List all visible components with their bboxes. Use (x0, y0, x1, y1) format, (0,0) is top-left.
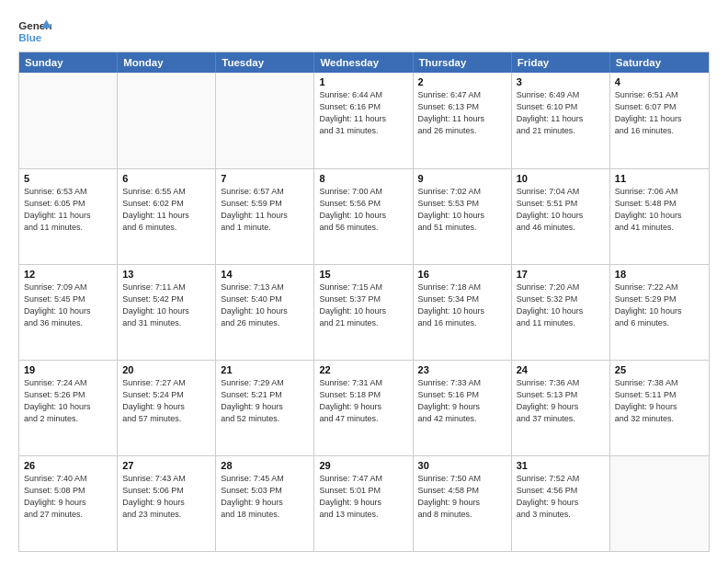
day-number: 5 (24, 173, 112, 184)
day-info: Sunrise: 6:44 AM Sunset: 6:16 PM Dayligh… (319, 89, 407, 137)
calendar-row: 12Sunrise: 7:09 AM Sunset: 5:45 PM Dayli… (19, 264, 709, 360)
day-info: Sunrise: 7:04 AM Sunset: 5:51 PM Dayligh… (517, 186, 605, 234)
calendar-cell: 14Sunrise: 7:13 AM Sunset: 5:40 PM Dayli… (216, 265, 314, 360)
day-number: 23 (418, 364, 506, 375)
day-number: 17 (517, 269, 605, 280)
calendar-cell: 29Sunrise: 7:47 AM Sunset: 5:01 PM Dayli… (314, 456, 413, 551)
day-number: 24 (517, 364, 605, 375)
day-info: Sunrise: 6:55 AM Sunset: 6:02 PM Dayligh… (122, 186, 210, 234)
day-info: Sunrise: 7:06 AM Sunset: 5:48 PM Dayligh… (615, 186, 704, 234)
day-number: 10 (517, 173, 605, 184)
calendar-header: SundayMondayTuesdayWednesdayThursdayFrid… (19, 52, 709, 73)
day-number: 27 (122, 460, 210, 471)
calendar-row: 19Sunrise: 7:24 AM Sunset: 5:26 PM Dayli… (19, 360, 709, 455)
calendar-cell: 4Sunrise: 6:51 AM Sunset: 6:07 PM Daylig… (610, 73, 709, 168)
weekday-header: Tuesday (216, 52, 314, 73)
day-number: 14 (221, 269, 309, 280)
calendar-cell: 10Sunrise: 7:04 AM Sunset: 5:51 PM Dayli… (512, 169, 610, 264)
day-info: Sunrise: 7:52 AM Sunset: 4:56 PM Dayligh… (517, 473, 605, 521)
header: General Blue (18, 17, 710, 46)
calendar-cell (19, 73, 118, 168)
day-info: Sunrise: 6:57 AM Sunset: 5:59 PM Dayligh… (221, 186, 309, 234)
day-info: Sunrise: 7:43 AM Sunset: 5:06 PM Dayligh… (122, 473, 210, 521)
day-info: Sunrise: 7:00 AM Sunset: 5:56 PM Dayligh… (319, 186, 407, 234)
day-number: 13 (122, 269, 210, 280)
day-info: Sunrise: 7:11 AM Sunset: 5:42 PM Dayligh… (122, 282, 210, 329)
day-number: 3 (517, 76, 605, 87)
calendar-body: 1Sunrise: 6:44 AM Sunset: 6:16 PM Daylig… (19, 73, 709, 551)
calendar-cell: 27Sunrise: 7:43 AM Sunset: 5:06 PM Dayli… (118, 456, 216, 551)
day-number: 15 (319, 269, 407, 280)
calendar-cell: 13Sunrise: 7:11 AM Sunset: 5:42 PM Dayli… (118, 265, 216, 360)
day-info: Sunrise: 7:02 AM Sunset: 5:53 PM Dayligh… (418, 186, 506, 234)
weekday-header: Thursday (414, 52, 512, 73)
day-info: Sunrise: 7:29 AM Sunset: 5:21 PM Dayligh… (221, 377, 309, 425)
weekday-header: Saturday (610, 52, 709, 73)
day-info: Sunrise: 7:13 AM Sunset: 5:40 PM Dayligh… (221, 282, 309, 329)
calendar-cell: 7Sunrise: 6:57 AM Sunset: 5:59 PM Daylig… (216, 169, 314, 264)
calendar-cell: 30Sunrise: 7:50 AM Sunset: 4:58 PM Dayli… (414, 456, 512, 551)
day-number: 20 (122, 364, 210, 375)
day-info: Sunrise: 7:50 AM Sunset: 4:58 PM Dayligh… (418, 473, 506, 521)
day-number: 19 (24, 364, 112, 375)
weekday-header: Monday (118, 52, 216, 73)
calendar-cell: 9Sunrise: 7:02 AM Sunset: 5:53 PM Daylig… (414, 169, 512, 264)
day-info: Sunrise: 7:47 AM Sunset: 5:01 PM Dayligh… (319, 473, 407, 521)
calendar-cell: 16Sunrise: 7:18 AM Sunset: 5:34 PM Dayli… (414, 265, 512, 360)
day-info: Sunrise: 6:51 AM Sunset: 6:07 PM Dayligh… (615, 89, 704, 137)
calendar-row: 5Sunrise: 6:53 AM Sunset: 6:05 PM Daylig… (19, 168, 709, 264)
calendar-cell: 28Sunrise: 7:45 AM Sunset: 5:03 PM Dayli… (216, 456, 314, 551)
day-number: 9 (418, 173, 506, 184)
calendar-cell: 24Sunrise: 7:36 AM Sunset: 5:13 PM Dayli… (512, 361, 610, 455)
day-info: Sunrise: 7:33 AM Sunset: 5:16 PM Dayligh… (418, 377, 506, 425)
day-number: 12 (24, 269, 112, 280)
calendar-cell: 20Sunrise: 7:27 AM Sunset: 5:24 PM Dayli… (118, 361, 216, 455)
calendar-cell: 11Sunrise: 7:06 AM Sunset: 5:48 PM Dayli… (610, 169, 709, 264)
calendar-row: 1Sunrise: 6:44 AM Sunset: 6:16 PM Daylig… (19, 73, 709, 168)
day-number: 6 (122, 173, 210, 184)
day-info: Sunrise: 6:47 AM Sunset: 6:13 PM Dayligh… (418, 89, 506, 137)
day-info: Sunrise: 6:49 AM Sunset: 6:10 PM Dayligh… (517, 89, 605, 137)
calendar-cell: 8Sunrise: 7:00 AM Sunset: 5:56 PM Daylig… (314, 169, 413, 264)
calendar-cell: 18Sunrise: 7:22 AM Sunset: 5:29 PM Dayli… (610, 265, 709, 360)
day-info: Sunrise: 7:31 AM Sunset: 5:18 PM Dayligh… (319, 377, 407, 425)
day-info: Sunrise: 7:18 AM Sunset: 5:34 PM Dayligh… (418, 282, 506, 329)
day-number: 1 (319, 76, 407, 87)
day-info: Sunrise: 7:27 AM Sunset: 5:24 PM Dayligh… (122, 377, 210, 425)
calendar-cell: 21Sunrise: 7:29 AM Sunset: 5:21 PM Dayli… (216, 361, 314, 455)
day-number: 28 (221, 460, 309, 471)
logo: General Blue (18, 17, 51, 46)
calendar-cell: 5Sunrise: 6:53 AM Sunset: 6:05 PM Daylig… (19, 169, 118, 264)
day-number: 18 (615, 269, 704, 280)
calendar-cell: 19Sunrise: 7:24 AM Sunset: 5:26 PM Dayli… (19, 361, 118, 455)
calendar-cell (118, 73, 216, 168)
page: General Blue SundayMondayTuesdayWednesda… (0, 0, 728, 563)
day-info: Sunrise: 7:38 AM Sunset: 5:11 PM Dayligh… (615, 377, 704, 425)
calendar-cell: 23Sunrise: 7:33 AM Sunset: 5:16 PM Dayli… (414, 361, 512, 455)
svg-text:Blue: Blue (18, 32, 42, 43)
day-number: 2 (418, 76, 506, 87)
day-number: 21 (221, 364, 309, 375)
day-number: 30 (418, 460, 506, 471)
calendar-cell: 1Sunrise: 6:44 AM Sunset: 6:16 PM Daylig… (314, 73, 413, 168)
day-number: 8 (319, 173, 407, 184)
calendar-cell: 25Sunrise: 7:38 AM Sunset: 5:11 PM Dayli… (610, 361, 709, 455)
calendar: SundayMondayTuesdayWednesdayThursdayFrid… (18, 52, 710, 552)
day-number: 4 (615, 76, 704, 87)
day-number: 29 (319, 460, 407, 471)
weekday-header: Sunday (19, 52, 118, 73)
day-number: 26 (24, 460, 112, 471)
calendar-cell (610, 456, 709, 551)
calendar-cell: 17Sunrise: 7:20 AM Sunset: 5:32 PM Dayli… (512, 265, 610, 360)
calendar-cell: 12Sunrise: 7:09 AM Sunset: 5:45 PM Dayli… (19, 265, 118, 360)
calendar-cell: 31Sunrise: 7:52 AM Sunset: 4:56 PM Dayli… (512, 456, 610, 551)
calendar-cell: 3Sunrise: 6:49 AM Sunset: 6:10 PM Daylig… (512, 73, 610, 168)
calendar-cell: 6Sunrise: 6:55 AM Sunset: 6:02 PM Daylig… (118, 169, 216, 264)
calendar-cell: 2Sunrise: 6:47 AM Sunset: 6:13 PM Daylig… (414, 73, 512, 168)
calendar-cell: 22Sunrise: 7:31 AM Sunset: 5:18 PM Dayli… (314, 361, 413, 455)
logo-icon: General Blue (18, 17, 51, 46)
day-info: Sunrise: 7:09 AM Sunset: 5:45 PM Dayligh… (24, 282, 112, 329)
day-info: Sunrise: 7:45 AM Sunset: 5:03 PM Dayligh… (221, 473, 309, 521)
day-info: Sunrise: 7:22 AM Sunset: 5:29 PM Dayligh… (615, 282, 704, 329)
day-number: 11 (615, 173, 704, 184)
